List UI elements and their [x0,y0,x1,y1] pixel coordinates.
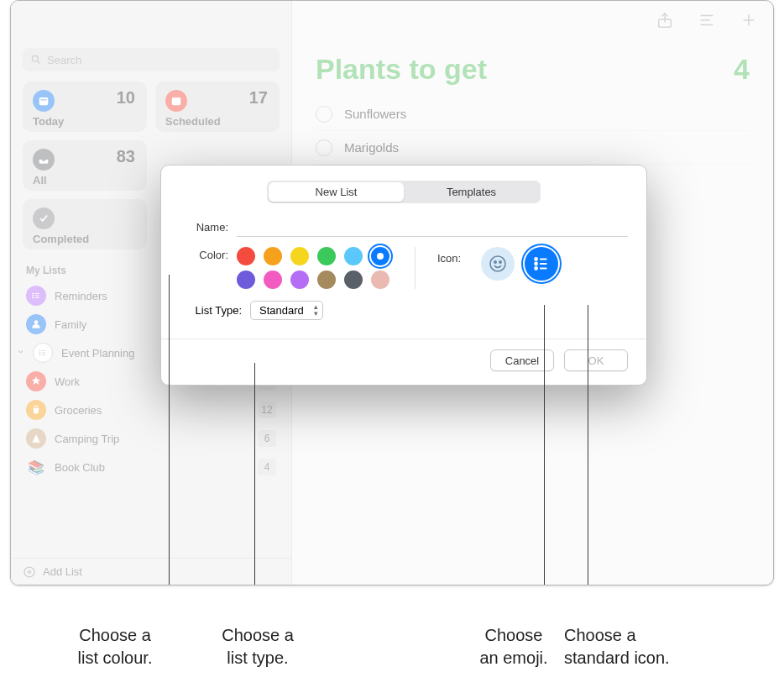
tab-new-list[interactable]: New List [269,182,404,202]
color-swatch[interactable] [237,270,255,289]
svg-point-14 [494,261,496,263]
icon-label: Icon: [437,247,461,265]
callout-leader [544,305,545,585]
color-label: Color: [180,247,228,289]
choose-emoji-button[interactable] [481,247,515,281]
color-swatch[interactable] [290,270,309,289]
callout-icon: Choose astandard icon. [564,624,690,669]
svg-point-16 [535,258,537,260]
chevron-updown-icon: ▴▾ [314,303,318,317]
name-input[interactable] [237,217,628,237]
list-bullet-icon [532,255,551,273]
list-type-label: List Type: [180,304,242,317]
color-swatch[interactable] [344,270,363,289]
color-swatch[interactable] [264,270,282,289]
name-label: Name: [180,221,228,234]
ok-button[interactable]: OK [564,349,628,371]
svg-point-17 [535,263,537,265]
svg-point-13 [490,256,505,271]
color-swatch[interactable] [317,247,336,265]
choose-standard-icon-button[interactable] [525,247,558,281]
color-swatch[interactable] [317,270,336,289]
reminders-window: Search 10 Today 17 Scheduled [10,0,774,585]
color-swatch[interactable] [290,247,309,265]
new-list-dialog: New List Templates Name: Color: Icon: [160,165,647,386]
list-type-select[interactable]: Standard ▴▾ [250,301,323,320]
divider [415,247,416,289]
callout-type: Choose alist type. [212,624,304,669]
color-swatch[interactable] [344,247,363,265]
color-swatch[interactable] [264,247,282,265]
callout-leader [588,305,588,585]
tab-templates[interactable]: Templates [404,182,539,202]
color-swatch[interactable] [371,270,389,289]
callout-leader [169,275,170,585]
callout-emoji: Choosean emoji. [472,624,556,669]
dialog-tabs: New List Templates [267,181,541,203]
divider [161,339,646,339]
callout-leader [254,363,255,585]
color-swatch[interactable] [237,247,255,265]
callout-color: Choose alist colour. [60,624,170,669]
svg-point-18 [535,267,537,270]
smiley-icon [488,254,508,274]
color-swatches [237,247,393,289]
color-swatch[interactable] [371,247,389,265]
svg-point-15 [499,261,501,263]
